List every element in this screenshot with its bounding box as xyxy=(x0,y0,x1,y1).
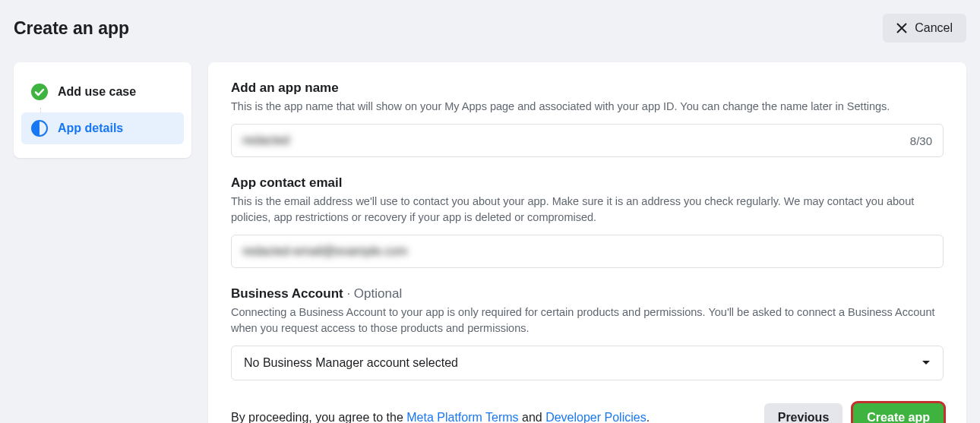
sidebar: Add use case App details xyxy=(14,62,191,158)
check-circle-icon xyxy=(30,83,49,101)
cancel-label: Cancel xyxy=(915,21,953,35)
step-add-use-case[interactable]: Add use case xyxy=(21,76,184,108)
app-name-desc: This is the app name that will show on y… xyxy=(231,99,944,115)
link-platform-terms[interactable]: Meta Platform Terms xyxy=(406,411,518,423)
cancel-button[interactable]: Cancel xyxy=(883,14,966,43)
main-panel: Add an app name This is the app name tha… xyxy=(208,62,966,423)
business-account-select[interactable]: No Business Manager account selected xyxy=(231,346,944,380)
close-icon xyxy=(896,23,907,33)
create-app-button[interactable]: Create app xyxy=(853,403,944,423)
previous-button[interactable]: Previous xyxy=(764,403,843,423)
step-app-details[interactable]: App details xyxy=(21,112,184,144)
business-account-desc: Connecting a Business Account to your ap… xyxy=(231,305,944,336)
svg-point-0 xyxy=(31,84,48,100)
business-account-title: Business Account · Optional xyxy=(231,286,944,301)
app-name-counter: 8/30 xyxy=(910,134,932,147)
contact-email-input-wrap[interactable] xyxy=(231,235,944,268)
half-circle-icon xyxy=(30,119,49,137)
section-business-account: Business Account · Optional Connecting a… xyxy=(231,286,944,380)
page-title: Create an app xyxy=(14,18,129,39)
step-label: App details xyxy=(58,122,123,135)
footer: By proceeding, you agree to the Meta Pla… xyxy=(231,403,944,423)
contact-email-desc: This is the email address we'll use to c… xyxy=(231,194,944,226)
link-developer-policies[interactable]: Developer Policies xyxy=(545,411,646,423)
disclaimer-text: By proceeding, you agree to the Meta Pla… xyxy=(231,411,650,423)
contact-email-input[interactable] xyxy=(242,235,932,267)
section-app-name: Add an app name This is the app name tha… xyxy=(231,80,944,157)
app-name-title: Add an app name xyxy=(231,80,944,96)
business-account-selected: No Business Manager account selected xyxy=(244,356,458,370)
step-label: Add use case xyxy=(58,85,136,99)
app-name-input-wrap[interactable]: 8/30 xyxy=(231,124,944,157)
section-contact-email: App contact email This is the email addr… xyxy=(231,175,944,268)
contact-email-title: App contact email xyxy=(231,175,944,191)
caret-down-icon xyxy=(922,360,931,366)
app-name-input[interactable] xyxy=(242,125,910,156)
